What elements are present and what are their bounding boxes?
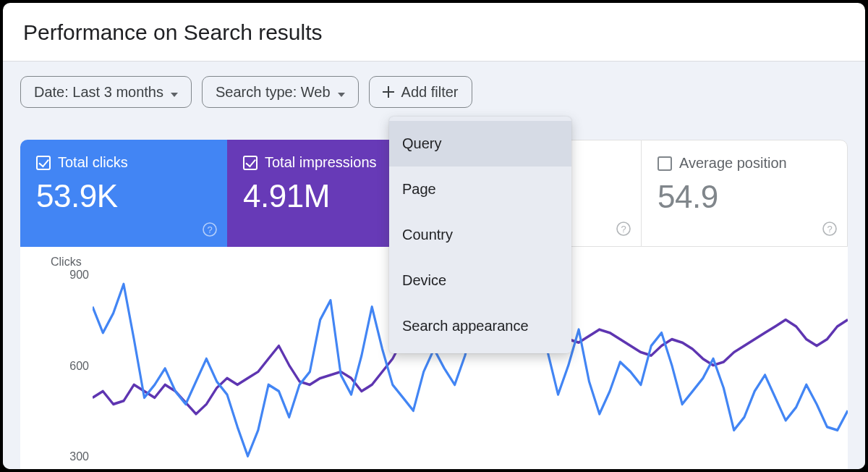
chart-y-axis-title: Clicks [51,256,82,269]
filter-searchtype-chip[interactable]: Search type: Web [202,76,359,108]
chart-y-axis-ticks: 900600300 [49,274,89,469]
checkbox-icon [243,156,258,170]
chart-tick: 600 [49,360,89,373]
chart-tick: 300 [49,450,89,463]
add-filter-button[interactable]: Add filter [369,76,472,108]
help-icon[interactable]: ? [616,222,631,239]
dropdown-item[interactable]: Country [389,212,571,258]
metric-label: Total impressions [265,154,377,171]
chevron-down-icon [171,84,178,101]
help-icon[interactable]: ? [203,222,217,240]
add-filter-dropdown: QueryPageCountryDeviceSearch appearance [389,117,571,353]
svg-text:?: ? [827,224,832,235]
filter-date-label: Date: Last 3 months [34,84,163,101]
page-title: Performance on Search results [3,3,865,61]
metric-value: 53.9K [36,178,211,214]
checkbox-icon [36,156,51,170]
filter-searchtype-label: Search type: Web [216,84,331,101]
metric-card-clicks[interactable]: Total clicks 53.9K ? [20,140,227,247]
dropdown-item[interactable]: Search appearance [389,303,571,349]
checkbox-icon [658,156,672,171]
svg-text:?: ? [207,224,212,235]
add-filter-label: Add filter [401,84,459,101]
chart-tick: 900 [49,269,89,282]
help-icon[interactable]: ? [822,222,837,239]
metric-value: 54.9 [658,179,831,215]
metric-label: Average position [679,155,787,172]
dropdown-item[interactable]: Query [389,121,571,167]
dropdown-item[interactable]: Device [389,258,571,303]
filters-bar: Date: Last 3 months Search type: Web Add… [3,62,865,122]
plus-icon [383,86,394,98]
filter-date-chip[interactable]: Date: Last 3 months [20,76,192,108]
metric-label: Total clicks [58,154,128,171]
metric-card-position[interactable]: Average position 54.9 ? [641,140,848,247]
app-frame: Performance on Search results Date: Last… [3,3,865,469]
chevron-down-icon [338,84,345,101]
svg-text:?: ? [621,224,626,235]
dropdown-item[interactable]: Page [389,167,571,212]
